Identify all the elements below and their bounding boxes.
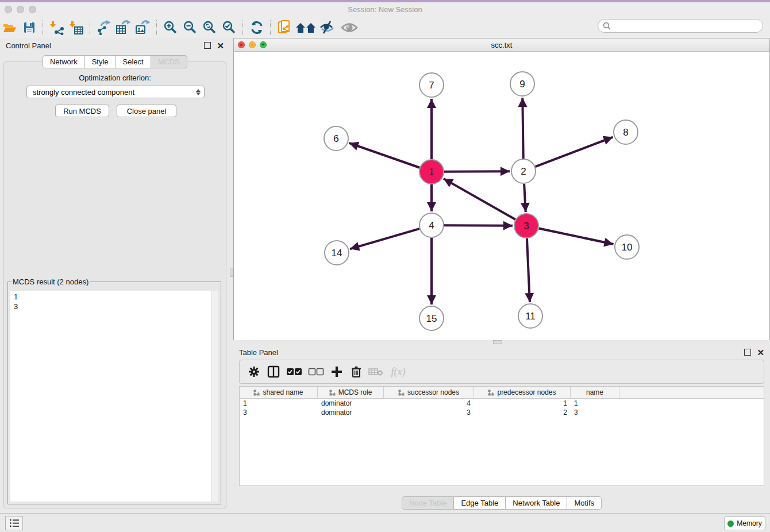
mcds-result-group: MCDS result (2 nodes) 1 3: [7, 277, 221, 504]
mcds-result-text[interactable]: 1 3: [10, 291, 211, 502]
split-panel-icon: [267, 365, 280, 378]
zoom-out-button[interactable]: [180, 19, 200, 36]
network-canvas[interactable]: 7968124314101511: [234, 52, 769, 340]
optimization-criterion-dropdown[interactable]: strongly connected component: [26, 86, 205, 98]
memory-status-icon: [727, 521, 734, 527]
graph-edge-1-6[interactable]: [349, 143, 420, 168]
tab-mcds[interactable]: MCDS: [151, 55, 187, 68]
close-panel-button[interactable]: Close panel: [117, 105, 176, 117]
import-table-button[interactable]: [67, 19, 86, 36]
graph-edge-3-1[interactable]: [444, 179, 515, 219]
unselect-all-button[interactable]: [305, 363, 327, 381]
show-graphics-details-button[interactable]: [337, 19, 362, 36]
delete-table-button[interactable]: [366, 363, 386, 381]
table-cell[interactable]: 4: [384, 399, 474, 407]
mcds-result-scrollbar[interactable]: [211, 291, 218, 502]
select-all-button[interactable]: [283, 363, 305, 381]
graph-edge-3-11[interactable]: [527, 238, 530, 302]
column-type-icon: [329, 390, 336, 396]
search-box[interactable]: [598, 19, 763, 33]
first-neighbors-button[interactable]: [294, 19, 317, 36]
run-mcds-button[interactable]: Run MCDS: [55, 105, 109, 117]
table-cell[interactable]: 1: [571, 399, 619, 407]
hide-graphics-details-button[interactable]: [317, 19, 337, 36]
gear-icon: [248, 365, 260, 378]
table-cell[interactable]: dominator: [318, 408, 384, 417]
column-header-shared-name[interactable]: shared name: [240, 387, 318, 398]
column-header-name[interactable]: name: [571, 387, 619, 398]
apply-layout-button[interactable]: [247, 19, 267, 36]
graph-edge-2-9[interactable]: [522, 98, 523, 159]
tab-network[interactable]: Network: [43, 55, 85, 68]
open-file-button[interactable]: [0, 19, 20, 36]
float-panel-icon[interactable]: [744, 349, 751, 356]
memory-button[interactable]: Memory: [724, 516, 765, 530]
graph-edge-2-8[interactable]: [536, 137, 613, 167]
node-table[interactable]: shared nameMCDS rolesuccessor nodesprede…: [239, 386, 764, 486]
save-session-button[interactable]: [20, 19, 39, 36]
zoom-fit-icon: [202, 20, 217, 35]
tab-motifs[interactable]: Motifs: [567, 496, 602, 510]
table-cell[interactable]: 1: [240, 399, 318, 407]
graph-edge-1-2[interactable]: [444, 171, 510, 172]
table-header-row: shared nameMCDS rolesuccessor nodesprede…: [240, 387, 764, 399]
table-cell[interactable]: 1: [474, 399, 571, 407]
tab-select[interactable]: Select: [116, 55, 151, 68]
graph-node-label: 15: [426, 313, 437, 324]
close-panel-icon[interactable]: ✕: [757, 348, 764, 357]
graph-edge-4-3[interactable]: [444, 225, 513, 226]
network-window-titlebar[interactable]: × − + scc.txt: [234, 38, 769, 52]
import-network-button[interactable]: [47, 19, 67, 36]
table-row[interactable]: 1dominator411: [240, 399, 764, 408]
delete-column-button[interactable]: [346, 363, 366, 381]
column-header-label: successor nodes: [407, 388, 459, 396]
zoom-selected-icon: [222, 20, 237, 35]
table-row[interactable]: 3dominator323: [240, 408, 764, 417]
column-settings-button[interactable]: [244, 363, 264, 381]
function-builder-button[interactable]: f(x): [386, 363, 411, 381]
clone-network-button[interactable]: [275, 19, 294, 36]
status-menu-button[interactable]: [5, 516, 23, 530]
column-header-MCDS-role[interactable]: MCDS role: [318, 387, 384, 398]
tab-node-table[interactable]: Node Table: [402, 496, 455, 510]
float-panel-icon[interactable]: [204, 42, 211, 49]
memory-label: Memory: [737, 519, 761, 527]
close-panel-icon[interactable]: ✕: [217, 41, 224, 50]
zoom-in-button[interactable]: [161, 19, 180, 36]
plus-icon: [331, 366, 342, 377]
add-column-button[interactable]: [327, 363, 346, 381]
control-panel-title: Control Panel: [6, 41, 51, 50]
graph-edge-4-14[interactable]: [350, 229, 419, 249]
table-cell[interactable]: 3: [384, 408, 474, 417]
network-graph[interactable]: 7968124314101511: [234, 52, 769, 340]
table-panel-tabs: Node TableEdge TableNetwork TableMotifs: [233, 496, 770, 510]
export-network-button[interactable]: [94, 19, 114, 36]
horizontal-split-divider[interactable]: [233, 340, 770, 345]
graph-edge-3-10[interactable]: [539, 229, 614, 244]
table-panel-title: Table Panel: [239, 348, 278, 357]
graph-node-label: 2: [521, 166, 526, 177]
graph-edge-2-3[interactable]: [524, 184, 526, 212]
table-cell[interactable]: 2: [474, 408, 571, 417]
column-header-successor-nodes[interactable]: successor nodes: [384, 387, 474, 398]
control-panel: Control Panel ✕ NetworkStyleSelectMCDS O…: [0, 38, 230, 513]
tab-style[interactable]: Style: [85, 55, 116, 68]
column-header-label: name: [586, 388, 603, 396]
tab-edge-table[interactable]: Edge Table: [454, 496, 506, 510]
zoom-selected-button[interactable]: [220, 19, 239, 36]
export-table-button[interactable]: [114, 19, 133, 36]
control-panel-header: Control Panel ✕: [0, 38, 230, 53]
main-toolbar: [0, 17, 770, 38]
table-cell[interactable]: 3: [240, 408, 318, 417]
zoom-fit-button[interactable]: [200, 19, 220, 36]
column-header-predecessor-nodes[interactable]: predecessor nodes: [474, 387, 571, 398]
list-icon: [9, 519, 20, 527]
tab-network-table[interactable]: Network Table: [506, 496, 567, 510]
trash-icon: [351, 365, 362, 378]
export-image-button[interactable]: [133, 19, 153, 36]
table-cell[interactable]: dominator: [318, 399, 384, 407]
search-input[interactable]: [613, 21, 763, 31]
split-panel-button[interactable]: [264, 363, 283, 381]
table-cell[interactable]: 3: [571, 408, 619, 417]
divider-grip[interactable]: [493, 340, 502, 344]
